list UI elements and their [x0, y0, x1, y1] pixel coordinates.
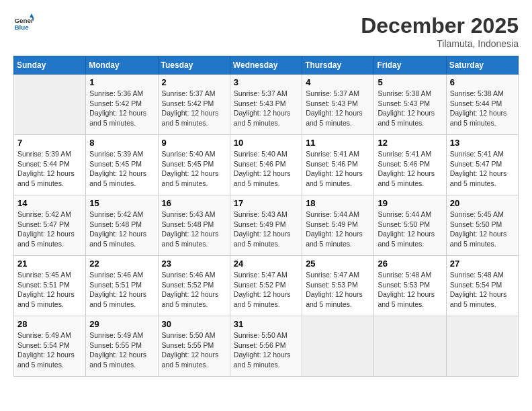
day-info: Sunrise: 5:37 AM Sunset: 5:42 PM Dayligh… [162, 89, 226, 128]
day-info: Sunrise: 5:47 AM Sunset: 5:52 PM Dayligh… [234, 270, 298, 310]
week-row-1: 1Sunrise: 5:36 AM Sunset: 5:42 PM Daylig… [14, 75, 519, 135]
day-number: 6 [450, 77, 515, 87]
day-number: 13 [450, 138, 515, 148]
day-number: 17 [234, 198, 298, 208]
day-number: 14 [17, 198, 82, 208]
day-cell: 24Sunrise: 5:47 AM Sunset: 5:52 PM Dayli… [230, 256, 302, 316]
day-info: Sunrise: 5:38 AM Sunset: 5:44 PM Dayligh… [450, 89, 515, 128]
day-info: Sunrise: 5:45 AM Sunset: 5:51 PM Dayligh… [17, 270, 82, 310]
day-cell [302, 316, 374, 377]
day-number: 15 [89, 198, 154, 208]
day-info: Sunrise: 5:40 AM Sunset: 5:45 PM Dayligh… [162, 149, 226, 189]
day-info: Sunrise: 5:49 AM Sunset: 5:54 PM Dayligh… [17, 330, 82, 370]
day-cell: 29Sunrise: 5:49 AM Sunset: 5:55 PM Dayli… [86, 316, 158, 377]
day-cell [374, 316, 446, 377]
day-number: 23 [162, 259, 226, 269]
location-subtitle: Tilamuta, Indonesia [361, 38, 519, 49]
day-info: Sunrise: 5:46 AM Sunset: 5:51 PM Dayligh… [89, 270, 154, 310]
day-info: Sunrise: 5:50 AM Sunset: 5:55 PM Dayligh… [162, 330, 226, 370]
day-cell: 30Sunrise: 5:50 AM Sunset: 5:55 PM Dayli… [158, 316, 230, 377]
day-cell [446, 316, 518, 377]
day-number: 12 [378, 138, 442, 148]
day-cell: 13Sunrise: 5:41 AM Sunset: 5:47 PM Dayli… [446, 135, 518, 195]
day-cell: 14Sunrise: 5:42 AM Sunset: 5:47 PM Dayli… [14, 195, 86, 256]
day-cell: 15Sunrise: 5:42 AM Sunset: 5:48 PM Dayli… [86, 195, 158, 256]
day-cell: 9Sunrise: 5:40 AM Sunset: 5:45 PM Daylig… [158, 135, 230, 195]
day-number: 16 [162, 198, 226, 208]
day-cell: 5Sunrise: 5:38 AM Sunset: 5:43 PM Daylig… [374, 75, 446, 135]
day-info: Sunrise: 5:42 AM Sunset: 5:48 PM Dayligh… [89, 210, 154, 249]
logo-icon: General Blue [13, 13, 34, 34]
day-info: Sunrise: 5:40 AM Sunset: 5:46 PM Dayligh… [234, 149, 298, 189]
day-info: Sunrise: 5:48 AM Sunset: 5:54 PM Dayligh… [450, 270, 515, 310]
column-header-wednesday: Wednesday [230, 56, 302, 75]
day-cell: 3Sunrise: 5:37 AM Sunset: 5:43 PM Daylig… [230, 75, 302, 135]
day-cell: 27Sunrise: 5:48 AM Sunset: 5:54 PM Dayli… [446, 256, 518, 316]
day-info: Sunrise: 5:39 AM Sunset: 5:45 PM Dayligh… [89, 149, 154, 189]
day-cell [14, 75, 86, 135]
day-number: 9 [162, 138, 226, 148]
day-info: Sunrise: 5:41 AM Sunset: 5:46 PM Dayligh… [306, 149, 370, 189]
calendar-table: SundayMondayTuesdayWednesdayThursdayFrid… [13, 56, 519, 377]
day-cell: 2Sunrise: 5:37 AM Sunset: 5:42 PM Daylig… [158, 75, 230, 135]
day-number: 19 [378, 198, 442, 208]
day-number: 30 [162, 319, 226, 329]
day-cell: 21Sunrise: 5:45 AM Sunset: 5:51 PM Dayli… [14, 256, 86, 316]
day-number: 20 [450, 198, 515, 208]
week-row-5: 28Sunrise: 5:49 AM Sunset: 5:54 PM Dayli… [14, 316, 519, 377]
title-block: December 2025 Tilamuta, Indonesia [361, 13, 519, 49]
svg-text:Blue: Blue [15, 24, 30, 31]
day-number: 1 [89, 77, 154, 87]
column-header-sunday: Sunday [14, 56, 86, 75]
day-info: Sunrise: 5:44 AM Sunset: 5:50 PM Dayligh… [378, 210, 442, 249]
month-title: December 2025 [361, 13, 519, 38]
day-cell: 16Sunrise: 5:43 AM Sunset: 5:48 PM Dayli… [158, 195, 230, 256]
week-row-4: 21Sunrise: 5:45 AM Sunset: 5:51 PM Dayli… [14, 256, 519, 316]
day-cell: 17Sunrise: 5:43 AM Sunset: 5:49 PM Dayli… [230, 195, 302, 256]
day-cell: 25Sunrise: 5:47 AM Sunset: 5:53 PM Dayli… [302, 256, 374, 316]
day-info: Sunrise: 5:46 AM Sunset: 5:52 PM Dayligh… [162, 270, 226, 310]
day-cell: 26Sunrise: 5:48 AM Sunset: 5:53 PM Dayli… [374, 256, 446, 316]
day-number: 18 [306, 198, 370, 208]
day-info: Sunrise: 5:37 AM Sunset: 5:43 PM Dayligh… [306, 89, 370, 128]
day-number: 10 [234, 138, 298, 148]
day-info: Sunrise: 5:43 AM Sunset: 5:48 PM Dayligh… [162, 210, 226, 249]
day-number: 26 [378, 259, 442, 269]
day-info: Sunrise: 5:38 AM Sunset: 5:43 PM Dayligh… [378, 89, 442, 128]
day-number: 25 [306, 259, 370, 269]
day-cell: 19Sunrise: 5:44 AM Sunset: 5:50 PM Dayli… [374, 195, 446, 256]
day-cell: 31Sunrise: 5:50 AM Sunset: 5:56 PM Dayli… [230, 316, 302, 377]
calendar-header-row: SundayMondayTuesdayWednesdayThursdayFrid… [14, 56, 519, 75]
day-info: Sunrise: 5:44 AM Sunset: 5:49 PM Dayligh… [306, 210, 370, 249]
day-number: 29 [89, 319, 154, 329]
day-number: 5 [378, 77, 442, 87]
day-info: Sunrise: 5:39 AM Sunset: 5:44 PM Dayligh… [17, 149, 82, 189]
column-header-tuesday: Tuesday [158, 56, 230, 75]
day-number: 31 [234, 319, 298, 329]
day-info: Sunrise: 5:37 AM Sunset: 5:43 PM Dayligh… [234, 89, 298, 128]
day-cell: 22Sunrise: 5:46 AM Sunset: 5:51 PM Dayli… [86, 256, 158, 316]
day-number: 22 [89, 259, 154, 269]
day-cell: 7Sunrise: 5:39 AM Sunset: 5:44 PM Daylig… [14, 135, 86, 195]
day-info: Sunrise: 5:48 AM Sunset: 5:53 PM Dayligh… [378, 270, 442, 310]
day-info: Sunrise: 5:42 AM Sunset: 5:47 PM Dayligh… [17, 210, 82, 249]
column-header-thursday: Thursday [302, 56, 374, 75]
day-info: Sunrise: 5:41 AM Sunset: 5:46 PM Dayligh… [378, 149, 442, 189]
day-number: 3 [234, 77, 298, 87]
day-info: Sunrise: 5:49 AM Sunset: 5:55 PM Dayligh… [89, 330, 154, 370]
day-number: 24 [234, 259, 298, 269]
day-cell: 20Sunrise: 5:45 AM Sunset: 5:50 PM Dayli… [446, 195, 518, 256]
day-cell: 28Sunrise: 5:49 AM Sunset: 5:54 PM Dayli… [14, 316, 86, 377]
day-number: 11 [306, 138, 370, 148]
day-info: Sunrise: 5:45 AM Sunset: 5:50 PM Dayligh… [450, 210, 515, 249]
column-header-monday: Monday [86, 56, 158, 75]
day-info: Sunrise: 5:36 AM Sunset: 5:42 PM Dayligh… [89, 89, 154, 128]
svg-text:General: General [15, 17, 34, 24]
day-cell: 11Sunrise: 5:41 AM Sunset: 5:46 PM Dayli… [302, 135, 374, 195]
day-number: 2 [162, 77, 226, 87]
day-cell: 12Sunrise: 5:41 AM Sunset: 5:46 PM Dayli… [374, 135, 446, 195]
day-info: Sunrise: 5:41 AM Sunset: 5:47 PM Dayligh… [450, 149, 515, 189]
day-cell: 8Sunrise: 5:39 AM Sunset: 5:45 PM Daylig… [86, 135, 158, 195]
column-header-saturday: Saturday [446, 56, 518, 75]
day-number: 4 [306, 77, 370, 87]
